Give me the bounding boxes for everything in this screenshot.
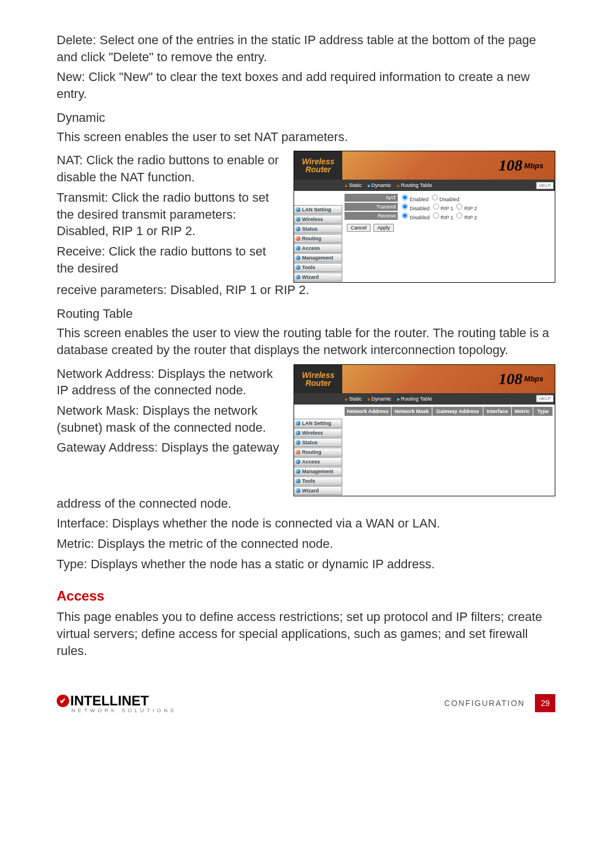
transmit-rip1-label: RIP 1 xyxy=(441,206,453,211)
sidebar-item-access[interactable]: Access xyxy=(294,457,342,466)
receive-disabled-radio[interactable] xyxy=(402,213,407,219)
cancel-button[interactable]: Cancel xyxy=(347,224,371,232)
col-interface: Interface xyxy=(483,407,512,416)
transmit-disabled-radio[interactable] xyxy=(402,204,407,210)
help-button[interactable]: HELP xyxy=(536,395,554,402)
sidebar-item-wireless[interactable]: Wireless xyxy=(294,428,342,437)
nat-disabled-radio[interactable] xyxy=(432,195,437,201)
nat-enabled-radio[interactable] xyxy=(402,195,407,201)
help-button[interactable]: HELP xyxy=(536,182,554,189)
transmit-rip1-radio[interactable] xyxy=(433,204,439,210)
tab-static[interactable]: Static xyxy=(345,182,362,188)
sidebar-item-wizard[interactable]: Wizard xyxy=(294,486,342,495)
sidebar-item-access[interactable]: Access xyxy=(294,244,342,253)
paragraph-metric: Metric: Displays the metric of the conne… xyxy=(57,535,555,552)
heading-dynamic: Dynamic xyxy=(57,110,555,125)
brand-subtitle: NETWORK SOLUTIONS xyxy=(71,708,177,713)
col-type: Type xyxy=(533,407,552,416)
apply-button[interactable]: Apply xyxy=(373,224,394,232)
sidebar-item-lan[interactable]: LAN Setting xyxy=(294,419,342,428)
routing-table-body xyxy=(345,416,552,461)
page-number: 29 xyxy=(535,694,555,712)
receive-rip1-radio[interactable] xyxy=(433,213,439,219)
col-network-address: Network Address xyxy=(345,407,392,416)
sidebar-item-wizard[interactable]: Wizard xyxy=(294,273,342,282)
router-brand: Wireless Router xyxy=(294,365,342,393)
nat-label: NAT xyxy=(345,194,398,202)
heading-routing-table: Routing Table xyxy=(57,307,555,321)
receive-rip2-radio[interactable] xyxy=(457,213,462,219)
sidebar-item-tools[interactable]: Tools xyxy=(294,476,342,486)
receive-rip2-label: RIP 2 xyxy=(464,215,477,220)
sidebar-item-status[interactable]: Status xyxy=(294,438,342,447)
paragraph-access-intro: This page enables you to define access r… xyxy=(57,609,555,659)
col-network-mask: Network Mask xyxy=(392,407,432,416)
heading-access: Access xyxy=(57,588,555,604)
sidebar-item-routing[interactable]: Routing xyxy=(294,234,342,243)
nat-enabled-label: Enabled xyxy=(410,197,428,202)
col-gateway-address: Gateway Address xyxy=(432,407,483,416)
screenshot-routing-table: Wireless Router 108Mbps Static Dynamic R… xyxy=(294,364,555,496)
paragraph-dynamic-intro: This screen enables the user to set NAT … xyxy=(57,129,555,146)
sidebar-item-routing[interactable]: Routing xyxy=(294,448,342,457)
sidebar-item-lan[interactable]: LAN Setting xyxy=(294,205,342,214)
router-brand: Wireless Router xyxy=(294,151,342,180)
paragraph-gateway-b: address of the connected node. xyxy=(57,495,555,512)
tab-static[interactable]: Static xyxy=(345,396,362,402)
transmit-label: Transmit xyxy=(345,203,398,211)
paragraph-interface: Interface: Displays whether the node is … xyxy=(57,515,555,532)
routing-table-header: Network Address Network Mask Gateway Add… xyxy=(345,407,552,416)
receive-rip1-label: RIP 1 xyxy=(441,215,453,220)
brand-logo: ✔ INTELLINET xyxy=(57,693,177,709)
brand-name: INTELLINET xyxy=(70,693,149,709)
tab-routing-table[interactable]: Routing Table xyxy=(397,396,432,402)
receive-disabled-label: Disabled xyxy=(410,215,430,220)
paragraph-rt-intro: This screen enables the user to view the… xyxy=(57,325,555,358)
screenshot-dynamic: Wireless Router 108Mbps Static Dynamic R… xyxy=(294,151,555,283)
sidebar-item-management[interactable]: Management xyxy=(294,253,342,262)
banner-rate: 108Mbps xyxy=(342,365,555,393)
nat-disabled-label: Disabled xyxy=(440,197,460,202)
sidebar-item-status[interactable]: Status xyxy=(294,224,342,233)
receive-label: Receive xyxy=(345,212,398,220)
banner-rate: 108Mbps xyxy=(342,151,555,180)
paragraph-delete: Delete: Select one of the entries in the… xyxy=(57,32,555,65)
sidebar-item-tools[interactable]: Tools xyxy=(294,263,342,272)
transmit-rip2-label: RIP 2 xyxy=(464,206,477,211)
brand-logo-icon: ✔ xyxy=(57,695,69,707)
footer-section-label: CONFIGURATION xyxy=(444,699,525,708)
paragraph-type: Type: Displays whether the node has a st… xyxy=(57,556,555,573)
transmit-disabled-label: Disabled xyxy=(410,206,430,211)
tab-dynamic[interactable]: Dynamic xyxy=(368,182,392,188)
tab-routing-table[interactable]: Routing Table xyxy=(397,182,432,188)
transmit-rip2-radio[interactable] xyxy=(457,204,462,210)
paragraph-new: New: Click "New" to clear the text boxes… xyxy=(57,69,555,102)
sidebar-item-management[interactable]: Management xyxy=(294,467,342,476)
tab-dynamic[interactable]: Dynamic xyxy=(368,396,392,402)
col-metric: Metric xyxy=(512,407,533,416)
sidebar-item-wireless[interactable]: Wireless xyxy=(294,215,342,224)
paragraph-receive-b: receive parameters: Disabled, RIP 1 or R… xyxy=(57,282,555,299)
